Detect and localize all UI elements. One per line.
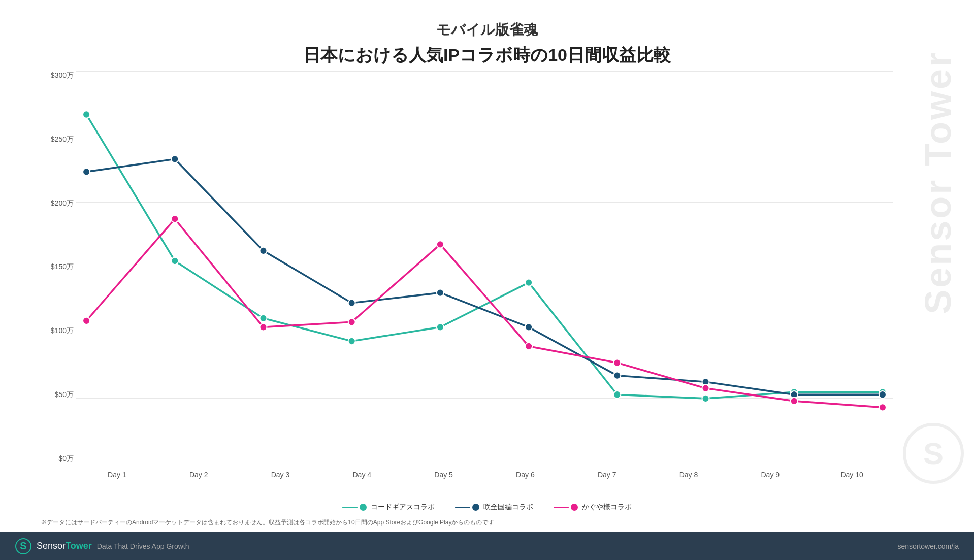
- y-label-50: $50万: [41, 390, 74, 400]
- svg-point-10: [83, 168, 90, 175]
- y-label-200: $200万: [41, 199, 74, 208]
- title-line2: 日本における人気IPコラボ時の10日間収益比較: [0, 44, 974, 67]
- x-label-day8: Day 8: [648, 471, 730, 479]
- legend-line-codegeass: [342, 507, 358, 508]
- title-area: モバイル版雀魂 日本における人気IPコラボ時の10日間収益比較: [0, 0, 974, 67]
- x-label-day1: Day 1: [76, 471, 158, 479]
- svg-point-13: [348, 300, 355, 307]
- legend-saki: 咲全国編コラボ: [455, 503, 533, 512]
- y-label-0: $0万: [41, 454, 74, 464]
- footer-tagline: Data That Drives App Growth: [97, 542, 189, 550]
- footer-left: S SensorTower Data That Drives App Growt…: [15, 538, 189, 554]
- svg-point-20: [83, 317, 90, 324]
- chart-plot: [76, 71, 893, 464]
- main-container: モバイル版雀魂 日本における人気IPコラボ時の10日間収益比較 Sensor T…: [0, 0, 974, 560]
- footer-url: sensortower.com/ja: [897, 542, 959, 550]
- x-label-day4: Day 4: [321, 471, 403, 479]
- svg-text:S: S: [20, 540, 26, 551]
- svg-point-25: [525, 343, 532, 350]
- x-label-day10: Day 10: [811, 471, 893, 479]
- x-label-day5: Day 5: [403, 471, 484, 479]
- svg-point-1: [171, 257, 178, 265]
- svg-point-7: [702, 395, 709, 402]
- svg-point-19: [879, 391, 886, 398]
- chart-svg: [76, 71, 893, 464]
- footer-tower-text: Tower: [66, 541, 92, 551]
- svg-point-23: [348, 318, 355, 325]
- legend-dot-codegeass: [360, 504, 367, 511]
- y-label-250: $250万: [41, 135, 74, 144]
- svg-point-26: [613, 359, 621, 366]
- footer-sensor-text: Sensor: [37, 541, 66, 551]
- y-label-150: $150万: [41, 262, 74, 272]
- watermark-circle: [903, 423, 964, 484]
- footer-logo: SensorTower: [37, 541, 92, 551]
- svg-point-29: [879, 404, 886, 411]
- y-label-100: $100万: [41, 326, 74, 336]
- y-axis-labels: $300万 $250万 $200万 $150万 $100万 $50万 $0万: [41, 71, 74, 464]
- legend-codegeass: コードギアスコラボ: [342, 503, 435, 512]
- svg-point-3: [348, 338, 355, 345]
- title-line1: モバイル版雀魂: [0, 20, 974, 40]
- legend: コードギアスコラボ 咲全国編コラボ かぐや様コラボ: [0, 503, 974, 512]
- legend-line-kaguya: [554, 507, 569, 508]
- sensor-tower-logo-icon: S: [15, 538, 31, 554]
- svg-point-4: [437, 323, 444, 331]
- svg-point-0: [83, 111, 90, 118]
- svg-point-14: [437, 289, 444, 296]
- svg-point-6: [613, 391, 621, 398]
- grid-line-0: [76, 464, 893, 464]
- footer-bar: S SensorTower Data That Drives App Growt…: [0, 532, 974, 560]
- chart-area: $300万 $250万 $200万 $150万 $100万 $50万 $0万: [41, 71, 893, 494]
- y-label-300: $300万: [41, 71, 74, 80]
- svg-point-27: [702, 385, 709, 392]
- legend-label-saki: 咲全国編コラボ: [483, 503, 533, 512]
- legend-kaguya: かぐや様コラボ: [554, 503, 632, 512]
- x-label-day2: Day 2: [158, 471, 240, 479]
- x-label-day7: Day 7: [566, 471, 648, 479]
- legend-dot-saki: [472, 504, 479, 511]
- x-label-day9: Day 9: [729, 471, 811, 479]
- footnote: ※データにはサードパーティーのAndroidマーケットデータは含まれておりません…: [41, 518, 893, 527]
- x-label-day6: Day 6: [484, 471, 566, 479]
- x-axis-labels: Day 1 Day 2 Day 3 Day 4 Day 5 Day 6 Day …: [76, 471, 893, 479]
- svg-point-24: [437, 241, 444, 248]
- legend-dot-kaguya: [571, 504, 578, 511]
- svg-point-11: [171, 155, 178, 162]
- svg-point-28: [791, 398, 798, 405]
- legend-label-codegeass: コードギアスコラボ: [371, 503, 435, 512]
- svg-point-15: [525, 323, 532, 331]
- svg-point-16: [613, 372, 621, 379]
- svg-point-12: [259, 247, 267, 254]
- watermark-text: Sensor Tower: [917, 51, 959, 314]
- svg-point-22: [259, 323, 267, 331]
- legend-line-saki: [455, 507, 470, 508]
- svg-point-21: [171, 215, 178, 222]
- x-label-day3: Day 3: [240, 471, 321, 479]
- svg-point-5: [525, 279, 532, 286]
- legend-label-kaguya: かぐや様コラボ: [582, 503, 632, 512]
- svg-point-2: [259, 315, 267, 322]
